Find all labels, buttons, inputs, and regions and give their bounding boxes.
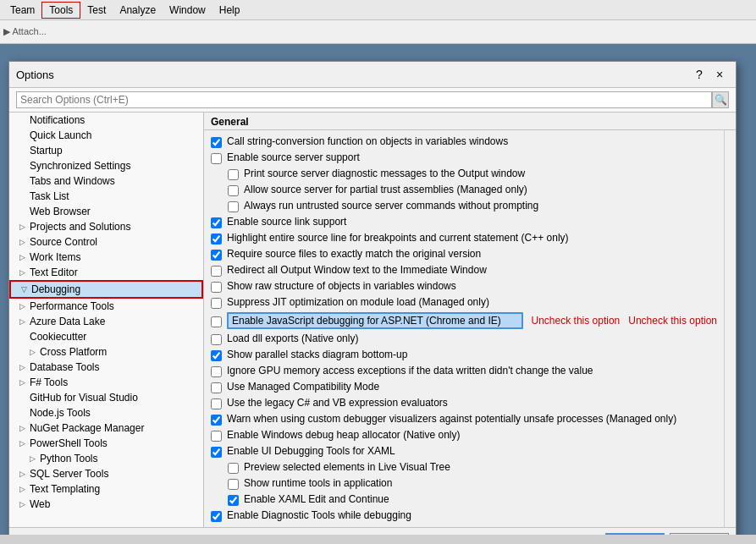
option-checkbox-always-run-untrusted[interactable] [228,201,239,212]
option-checkbox-allow-source-server[interactable] [228,185,239,196]
scrollbar[interactable] [724,130,736,527]
expand-arrow: ▷ [19,317,30,326]
option-row: Print source server diagnostic messages … [211,166,717,182]
option-row: Use the legacy C# and VB expression eval… [211,395,717,411]
tree-item-python-tools[interactable]: ▷ Python Tools [9,451,203,466]
menu-test[interactable]: Test [80,3,113,18]
option-checkbox-enable-diagnostic[interactable] [211,511,222,522]
tree-item-text-templating[interactable]: ▷ Text Templating [9,481,203,497]
option-checkbox-managed-compatibility[interactable] [211,382,222,393]
tree-label: Notifications [30,114,85,126]
expand-arrow: ▷ [19,500,30,508]
tree-label: Web [30,498,50,510]
option-checkbox-highlight-source-line[interactable] [211,234,222,245]
option-label: Show parallel stacks diagram bottom-up [227,349,717,360]
option-checkbox-preview-elements[interactable] [228,463,239,474]
left-panel: Notifications Quick Launch Startup Synch… [9,113,204,527]
option-checkbox-warn-custom-debugger[interactable] [211,415,222,426]
ok-button[interactable]: OK [605,533,665,535]
tree-item-nodejs-tools[interactable]: Node.js Tools [9,405,203,420]
tree-item-cookiecutter[interactable]: Cookiecutter [9,329,203,344]
cancel-button[interactable]: Cancel [670,533,729,535]
tree-item-debugging[interactable]: ▽ Debugging [9,280,203,299]
option-checkbox-redirect-output[interactable] [211,266,222,277]
tree-label: Azure Data Lake [30,316,105,327]
tree-item-startup[interactable]: Startup [9,143,203,158]
tree-item-powershell-tools[interactable]: ▷ PowerShell Tools [9,436,203,451]
tree-item-fsharp-tools[interactable]: ▷ F# Tools [9,375,203,390]
tree-item-github-vs[interactable]: GitHub for Visual Studio [9,390,203,405]
option-row: Load dll exports (Native only) [211,331,717,347]
tree-label: Debugging [31,283,80,295]
option-checkbox-show-runtime-tools[interactable] [228,479,239,490]
tree-item-cross-platform[interactable]: ▷ Cross Platform [9,344,203,360]
tree-item-work-items[interactable]: ▷ Work Items [9,250,203,265]
tree-item-quick-launch[interactable]: Quick Launch [9,128,203,143]
tree-item-azure-data-lake[interactable]: ▷ Azure Data Lake [9,314,203,329]
search-input[interactable] [16,91,712,108]
expand-arrow: ▽ [21,285,31,294]
menu-analyze[interactable]: Analyze [113,3,163,18]
option-label: Enable source link support [227,216,717,228]
expand-arrow: ▷ [19,470,30,478]
option-checkbox-suppress-jit[interactable] [211,298,222,309]
tree-item-projects-solutions[interactable]: ▷ Projects and Solutions [9,219,203,234]
tree-label: NuGet Package Manager [30,422,144,434]
tree-item-source-control[interactable]: ▷ Source Control [9,234,203,250]
search-bar: 🔍 [9,88,736,113]
option-label: Show raw structure of objects in variabl… [227,280,717,292]
tree-item-tabs-windows[interactable]: Tabs and Windows [9,173,203,189]
option-checkbox-ignore-gpu[interactable] [211,366,222,377]
tree-label: Task List [30,190,69,202]
tree-label: GitHub for Visual Studio [30,392,138,404]
menu-help[interactable]: Help [212,3,247,18]
menu-window[interactable]: Window [163,3,212,18]
tree-item-database-tools[interactable]: ▷ Database Tools [9,360,203,375]
tree-item-web[interactable]: ▷ Web [9,497,203,512]
tree-label: Cross Platform [40,346,107,358]
option-label: Enable source server support [227,151,717,163]
option-row: Highlight entire source line for breakpo… [211,230,717,246]
tree-item-nuget[interactable]: ▷ NuGet Package Manager [9,420,203,436]
tree-label: Database Tools [30,361,100,373]
option-label: Enable Windows debug heap allocator (Nat… [227,429,717,441]
option-row: Allow source server for partial trust as… [211,182,717,198]
option-checkbox-enable-windows-debug-heap[interactable] [211,431,222,442]
dialog-help-button[interactable]: ? [690,67,709,82]
option-checkbox-enable-source-link[interactable] [211,217,222,228]
option-label: Require source files to exactly match th… [227,248,717,260]
section-title: General [204,113,736,130]
tree-item-synchronized-settings[interactable]: Synchronized Settings [9,158,203,173]
tree-label: Quick Launch [30,129,91,141]
search-icon[interactable]: 🔍 [712,91,729,108]
tree-item-performance-tools[interactable]: ▷ Performance Tools [9,299,203,314]
option-checkbox-enable-xaml-edit[interactable] [228,495,239,506]
tree-item-web-browser[interactable]: Web Browser [9,204,203,219]
dialog-close-button[interactable]: × [710,67,729,82]
tree-item-sql-server-tools[interactable]: ▷ SQL Server Tools [9,466,203,481]
tree-item-task-list[interactable]: Task List [9,189,203,204]
menu-tools[interactable]: Tools [41,2,80,19]
option-checkbox-enable-source-server[interactable] [211,153,222,164]
option-checkbox-show-raw-structure[interactable] [211,282,222,293]
option-label: Highlight entire source line for breakpo… [227,232,717,244]
tree-item-text-editor[interactable]: ▷ Text Editor [9,265,203,280]
tree-label: Node.js Tools [30,407,91,419]
option-checkbox-call-string[interactable] [211,137,222,148]
tree-label: Source Control [30,236,97,248]
option-checkbox-require-source-files[interactable] [211,250,222,261]
tree-label: Cookiecutter [30,331,86,343]
option-checkbox-show-parallel-stacks[interactable] [211,350,222,361]
option-checkbox-legacy-csharp[interactable] [211,398,222,409]
option-checkbox-enable-js-debugging[interactable] [211,316,222,327]
option-label: Use Managed Compatibility Mode [227,381,717,393]
option-checkbox-print-source-server[interactable] [228,169,239,180]
option-row: Enable Diagnostic Tools while debugging [211,508,717,524]
option-checkbox-enable-ui-debugging[interactable] [211,447,222,458]
expand-arrow: ▷ [19,253,30,261]
option-checkbox-load-dll[interactable] [211,334,222,345]
expand-arrow: ▷ [19,363,30,371]
option-row: Require source files to exactly match th… [211,246,717,262]
tree-item-notifications[interactable]: Notifications [9,113,203,128]
menu-team[interactable]: Team [3,3,41,18]
